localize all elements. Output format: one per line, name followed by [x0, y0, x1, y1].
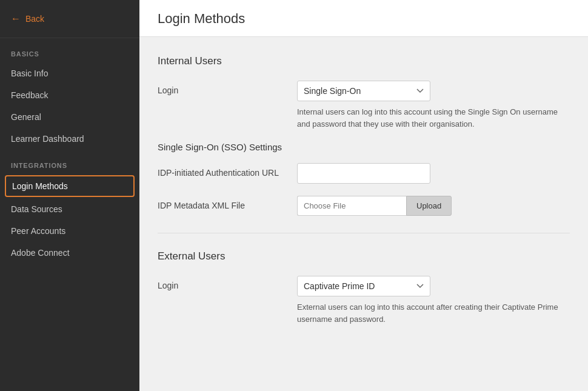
page-header: Login Methods — [139, 0, 588, 37]
external-users-title: External Users — [158, 250, 570, 262]
sidebar: ← Back BASICS Basic Info Feedback Genera… — [0, 0, 139, 391]
internal-users-title: Internal Users — [158, 55, 570, 67]
idp-url-row: IDP-initiated Authentication URL — [158, 163, 570, 184]
sidebar-section-label-integrations: INTEGRATIONS — [0, 150, 139, 174]
sidebar-item-login-methods[interactable]: Login Methods — [5, 175, 135, 197]
external-login-select[interactable]: Captivate Prime ID Email and Password — [297, 276, 430, 296]
back-label: Back — [25, 14, 44, 24]
external-users-section: External Users Login Captivate Prime ID … — [158, 250, 570, 325]
idp-url-input[interactable] — [297, 163, 430, 184]
idp-xml-row: IDP Metadata XML File Upload — [158, 196, 570, 216]
external-login-hint: External users can log into this account… — [297, 301, 564, 325]
sidebar-item-basic-info[interactable]: Basic Info — [0, 62, 139, 84]
sidebar-item-peer-accounts[interactable]: Peer Accounts — [0, 220, 139, 242]
sidebar-item-learner-dashboard[interactable]: Learner Dashboard — [0, 128, 139, 150]
back-arrow-icon: ← — [11, 13, 21, 24]
internal-users-section: Internal Users Login Single Sign-On Emai… — [158, 55, 570, 216]
section-divider — [158, 233, 570, 233]
file-input-row: Upload — [297, 196, 570, 216]
sidebar-item-data-sources[interactable]: Data Sources — [0, 198, 139, 220]
upload-button[interactable]: Upload — [406, 196, 452, 216]
main-content: Login Methods Internal Users Login Singl… — [139, 0, 588, 391]
page-title: Login Methods — [158, 11, 570, 27]
sidebar-section-label-basics: BASICS — [0, 38, 139, 62]
external-login-row: Login Captivate Prime ID Email and Passw… — [158, 276, 570, 325]
external-login-label: Login — [158, 276, 297, 290]
idp-url-label: IDP-initiated Authentication URL — [158, 163, 297, 178]
back-button[interactable]: ← Back — [0, 0, 139, 38]
internal-login-row: Login Single Sign-On Email and Password … — [158, 81, 570, 130]
sidebar-item-general[interactable]: General — [0, 106, 139, 128]
internal-login-label: Login — [158, 81, 297, 95]
file-input[interactable] — [297, 196, 406, 216]
internal-login-select[interactable]: Single Sign-On Email and Password — [297, 81, 430, 101]
external-login-control: Captivate Prime ID Email and Password Ex… — [297, 276, 570, 325]
idp-xml-label: IDP Metadata XML File — [158, 196, 297, 210]
internal-login-hint: Internal users can log into this account… — [297, 106, 564, 130]
sidebar-item-feedback[interactable]: Feedback — [0, 84, 139, 106]
idp-url-control — [297, 163, 570, 184]
main-body: Internal Users Login Single Sign-On Emai… — [139, 37, 588, 391]
idp-xml-control: Upload — [297, 196, 570, 216]
sso-section-title: Single Sign-On (SSO) Settings — [158, 142, 570, 152]
internal-login-control: Single Sign-On Email and Password Intern… — [297, 81, 570, 130]
sidebar-item-adobe-connect[interactable]: Adobe Connect — [0, 242, 139, 264]
sidebar-section-basics: BASICS Basic Info Feedback General Learn… — [0, 38, 139, 150]
sidebar-section-integrations: INTEGRATIONS Login Methods Data Sources … — [0, 150, 139, 264]
